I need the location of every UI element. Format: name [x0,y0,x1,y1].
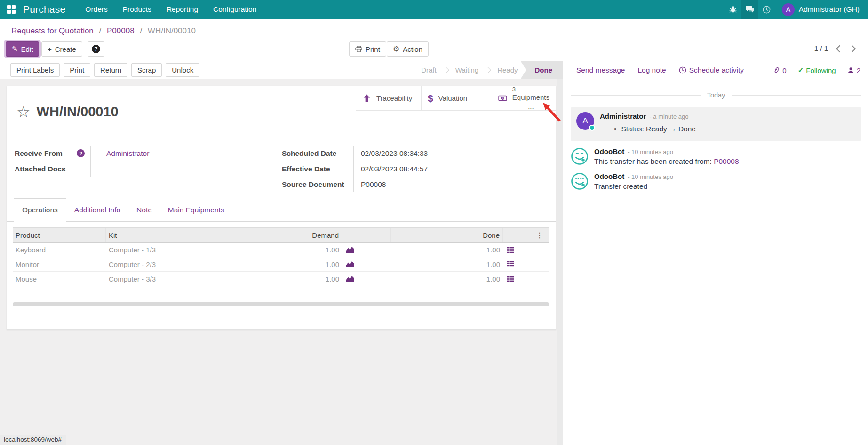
tab-operations[interactable]: Operations [14,198,66,222]
message-author[interactable]: OdooBot [594,172,624,180]
message-time: - 10 minutes ago [628,173,673,180]
online-status-dot [589,125,595,131]
app-name[interactable]: Purchase [23,4,65,15]
record-pager: 1 / 1 [814,44,828,52]
table-row-keyboard[interactable]: Keyboard Computer - 1/3 1.00 1.00 [13,243,549,257]
debug-bug-icon[interactable] [725,0,741,19]
user-menu[interactable]: Administrator (GH) [799,5,860,14]
top-navbar: Purchase Orders Products Reporting Confi… [0,0,868,19]
menu-orders[interactable]: Orders [78,5,115,14]
detailed-operations-list-icon[interactable] [503,276,530,282]
message-body: This transfer has been created from: P00… [594,157,739,166]
equipments-button[interactable]: 1 3 Equipments ... [492,86,556,110]
followers-button[interactable]: 2 [847,66,860,74]
odoobot-avatar [571,147,589,165]
send-message-button[interactable]: Send message [576,66,625,74]
main-menu: Orders Products Reporting Configuration [78,0,264,19]
chevron-right-icon [485,66,491,73]
field-value-attached-docs[interactable] [90,161,231,177]
tab-additional-info[interactable]: Additional Info [66,198,128,221]
pencil-icon: ✎ [12,45,18,53]
title-row: ☆ WH/IN/00010 [16,104,119,120]
print-button[interactable]: Print [349,41,386,57]
print-labels-button[interactable]: Print Labels [10,63,60,77]
valuation-button[interactable]: $ Valuation [421,86,492,110]
partner-link[interactable]: Administrator [106,149,149,158]
message-time: - 10 minutes ago [628,148,673,155]
status-bar: Print Labels Print Return Scrap Unlock D… [0,61,563,79]
odoobot-avatar [571,172,589,190]
control-panel: Requests for Quotation / P00008 / WH/IN/… [0,19,868,61]
table-row-mouse[interactable]: Mouse Computer - 3/3 1.00 1.00 [13,272,549,286]
messages-chat-icon[interactable] [741,0,758,19]
following-button[interactable]: ✓ Following [798,66,836,74]
column-options-kebab-icon[interactable]: ⋮ [536,231,543,240]
message-time: - a minute ago [649,113,688,120]
vertical-scrollbar[interactable] [557,79,563,445]
table-row-monitor[interactable]: Monitor Computer - 2/3 1.00 1.00 [13,257,549,272]
tab-main-equipments[interactable]: Main Equipments [160,198,232,221]
print-doc-button[interactable]: Print [64,63,90,77]
step-waiting[interactable]: Waiting [455,66,478,74]
col-header-spacer [342,228,391,242]
action-button[interactable]: ⚙ Action [387,41,429,57]
chatter-panel: Send message Log note Schedule activity … [563,61,868,445]
source-record-link[interactable]: P00008 [714,157,739,165]
apps-grid-icon[interactable] [7,5,16,14]
activities-clock-icon[interactable] [758,0,775,19]
field-group-left: Receive From ? Administrator Attached Do… [15,146,231,177]
favorite-star-icon[interactable]: ☆ [16,104,31,120]
breadcrumb-separator: / [140,26,142,35]
create-button[interactable]: + Create [41,41,82,57]
menu-configuration[interactable]: Configuration [206,5,264,14]
field-help-icon[interactable]: ? [77,149,85,157]
scrap-button[interactable]: Scrap [131,63,162,77]
log-note-button[interactable]: Log note [637,66,666,74]
breadcrumb-link-rfq[interactable]: Requests for Quotation [11,26,94,35]
breadcrumb-separator: / [99,26,102,35]
smart-buttons: Traceability $ Valuation 1 3 Equipments … [356,86,556,111]
traceability-button[interactable]: Traceability [356,86,421,110]
message-author[interactable]: OdooBot [594,147,624,155]
breadcrumb-link-p00008[interactable]: P00008 [107,26,135,35]
help-icon: ? [92,45,100,53]
tab-note[interactable]: Note [128,198,160,221]
breadcrumb: Requests for Quotation / P00008 / WH/IN/… [11,26,196,36]
equipments-label: Equipments ... [512,93,549,111]
topbar-right: A Administrator (GH) [725,0,868,19]
detailed-operations-list-icon[interactable] [503,261,530,267]
help-button[interactable]: ? [88,41,104,57]
forecast-chart-icon[interactable] [342,261,391,267]
attachments-button[interactable]: 0 [773,66,786,74]
col-header-demand[interactable]: Demand [229,228,342,242]
horizontal-scrollbar[interactable] [13,302,549,306]
field-label-source-document: Source Document [282,180,353,189]
field-label-effective-date: Effective Date [282,165,353,173]
record-form-card: Traceability $ Valuation 1 3 Equipments … [7,86,556,330]
step-draft[interactable]: Draft [421,66,437,74]
notebook-tabs: Operations Additional Info Note Main Equ… [7,198,556,222]
edit-button[interactable]: ✎ Edit [6,41,39,57]
message-author[interactable]: Administrator [600,112,646,120]
col-header-kit[interactable]: Kit [106,228,229,242]
chatter-thread: Today A Administrator - a minute ago • S… [563,79,868,445]
paperclip-icon [773,66,780,74]
unlock-button[interactable]: Unlock [166,63,199,77]
col-header-done[interactable]: Done [391,228,503,242]
return-button[interactable]: Return [94,63,127,77]
pager-previous-icon[interactable] [836,45,844,53]
field-value-source-document: P00008 [353,177,545,192]
detailed-operations-list-icon[interactable] [503,247,530,253]
step-ready[interactable]: Ready [497,66,518,74]
forecast-chart-icon[interactable] [342,275,391,282]
pager-next-icon[interactable] [849,45,856,53]
step-done-active[interactable]: Done [521,61,563,79]
col-header-product[interactable]: Product [13,228,106,242]
user-avatar[interactable]: A [782,3,795,16]
forecast-chart-icon[interactable] [342,246,391,253]
menu-products[interactable]: Products [115,5,159,14]
schedule-activity-button[interactable]: Schedule activity [679,66,744,74]
record-title: WH/IN/00010 [37,104,119,120]
menu-reporting[interactable]: Reporting [159,5,206,14]
message-body: • Status: Ready → Done [600,125,696,133]
